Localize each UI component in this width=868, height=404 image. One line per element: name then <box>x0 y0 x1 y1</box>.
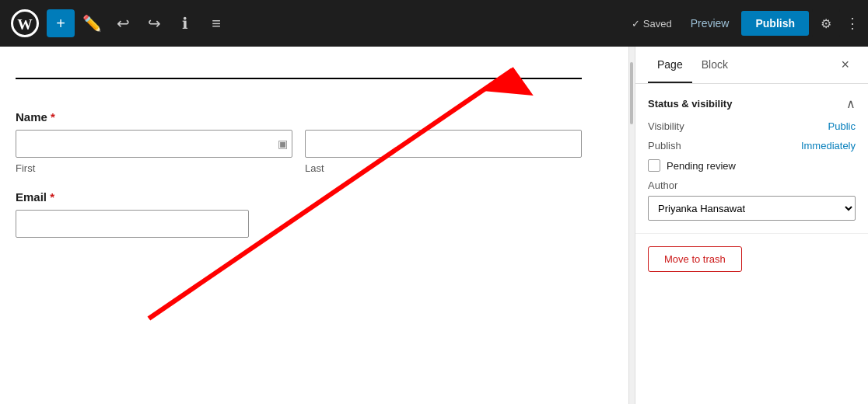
author-select[interactable]: Priyanka Hansawat <box>648 196 856 221</box>
status-visibility-title: Status & visibility <box>648 98 732 110</box>
preview-button[interactable]: Preview <box>681 12 739 34</box>
publish-button[interactable]: Publish <box>741 11 809 36</box>
publish-value[interactable]: Immediately <box>801 140 856 152</box>
visibility-label: Visibility <box>648 120 684 132</box>
email-required-star: * <box>50 190 54 204</box>
move-to-trash-button[interactable]: Move to trash <box>648 246 742 272</box>
first-name-input[interactable] <box>16 130 292 158</box>
saved-status: ✓ Saved <box>632 18 672 30</box>
email-field <box>16 210 582 238</box>
pending-label: Pending review <box>667 160 736 172</box>
redo-button[interactable]: ↪ <box>140 9 168 37</box>
first-name-field: ▣ <box>16 130 292 158</box>
tab-block[interactable]: Block <box>692 47 737 83</box>
last-name-field <box>305 130 582 158</box>
sidebar-tabs: Page Block × <box>635 47 868 84</box>
email-input[interactable] <box>16 210 249 238</box>
name-label: Name * <box>16 110 582 124</box>
scroll-thumb[interactable] <box>630 62 633 124</box>
status-visibility-section: Status & visibility ∧ Visibility Public … <box>635 84 868 234</box>
pending-review-row: Pending review <box>648 159 856 172</box>
main-layout: Name * ▣ First Last <box>0 47 868 404</box>
sidebar-panel: Page Block × Status & visibility ∧ Visib… <box>635 47 868 404</box>
email-label: Email * <box>16 190 582 204</box>
visibility-value[interactable]: Public <box>828 120 856 132</box>
status-visibility-header: Status & visibility ∧ <box>648 96 856 111</box>
add-button[interactable]: + <box>47 9 75 37</box>
last-hint: Last <box>305 162 324 174</box>
editor-divider <box>16 78 582 79</box>
visibility-row: Visibility Public <box>648 120 856 132</box>
email-section: Email * <box>16 190 582 238</box>
wp-logo[interactable]: W <box>6 0 44 47</box>
first-hint: First <box>16 162 35 174</box>
publish-label: Publish <box>648 140 681 152</box>
field-icon: ▣ <box>278 138 288 150</box>
toolbar: W + ✏️ ↩ ↪ ℹ ≡ ✓ Saved Preview Publish ⚙… <box>0 0 868 47</box>
svg-text:W: W <box>17 16 33 33</box>
name-required-star: * <box>51 110 55 124</box>
trash-section: Move to trash <box>635 234 868 284</box>
close-sidebar-button[interactable]: × <box>835 54 856 76</box>
name-section: Name * ▣ First Last <box>16 110 582 175</box>
svg-marker-3 <box>488 70 529 93</box>
editor-area: Name * ▣ First Last <box>0 47 628 404</box>
publish-row: Publish Immediately <box>648 140 856 152</box>
author-label: Author <box>648 179 856 191</box>
name-row: ▣ <box>16 130 582 158</box>
edit-icon[interactable]: ✏️ <box>78 9 106 37</box>
check-icon: ✓ <box>632 18 640 30</box>
sidebar-content: Status & visibility ∧ Visibility Public … <box>635 84 868 404</box>
settings-button[interactable]: ⚙ <box>812 9 840 37</box>
chevron-up-icon[interactable]: ∧ <box>846 96 856 111</box>
scroll-divider <box>628 47 635 404</box>
tab-page[interactable]: Page <box>648 47 692 83</box>
more-button[interactable]: ⋮ <box>843 9 862 37</box>
last-name-input[interactable] <box>305 130 582 158</box>
undo-button[interactable]: ↩ <box>109 9 137 37</box>
info-button[interactable]: ℹ <box>171 9 199 37</box>
list-view-button[interactable]: ≡ <box>202 9 230 37</box>
pending-checkbox[interactable] <box>648 159 660 172</box>
name-hints: First Last <box>16 161 582 175</box>
